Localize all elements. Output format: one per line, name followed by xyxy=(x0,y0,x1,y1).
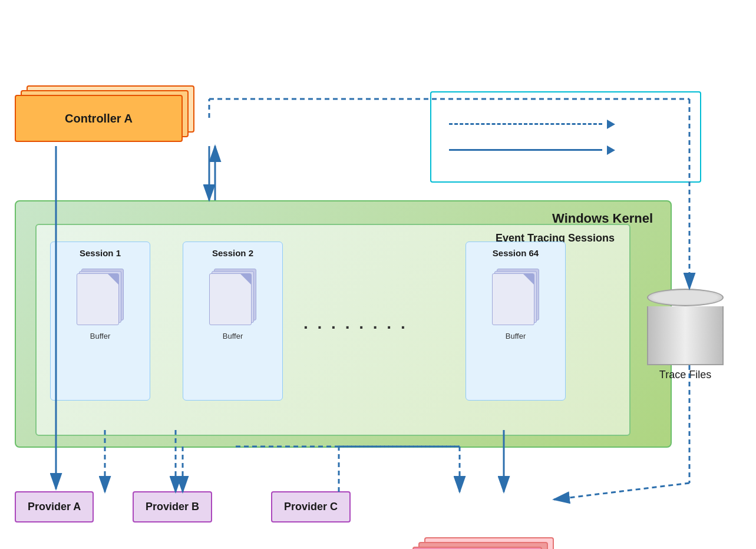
dots-separator: · · · · · · · · xyxy=(303,318,408,337)
buffer-64-icon xyxy=(492,269,539,325)
session-2-box: Session 2 Buffer xyxy=(183,242,283,401)
controller-box: Controller A xyxy=(15,85,203,144)
legend-arrow-solid xyxy=(607,145,615,155)
provider-c-box: Provider C xyxy=(271,491,351,522)
provider-b-label: Provider B xyxy=(146,501,199,512)
legend-arrow-dotted xyxy=(607,120,615,129)
buffer-1-icon xyxy=(77,269,124,325)
legend-box xyxy=(430,91,701,183)
doc-layer-1c xyxy=(77,273,119,325)
provider-b-box: Provider B xyxy=(133,491,212,522)
session-64-box: Session 64 Buffer xyxy=(466,242,566,401)
session-2-label: Session 2 xyxy=(212,248,253,258)
doc-corner-64 xyxy=(523,274,534,285)
doc-corner-1 xyxy=(108,274,118,285)
session-64-label: Session 64 xyxy=(493,248,539,258)
doc-layer-2c xyxy=(209,273,252,325)
buffer-64-label: Buffer xyxy=(506,332,526,340)
doc-corner-2 xyxy=(240,274,251,285)
provider-a-label: Provider A xyxy=(28,501,81,512)
legend-solid-line xyxy=(449,149,602,151)
trace-consumer-dashed-2 xyxy=(554,483,689,500)
trace-cylinder: Trace Files xyxy=(647,289,724,381)
provider-c-label: Provider C xyxy=(284,501,338,512)
controller-label: Controller A xyxy=(65,112,133,125)
legend-row-dotted xyxy=(449,120,682,129)
ctrl-layer-3: Controller A xyxy=(15,95,183,142)
legend-row-solid xyxy=(449,145,682,155)
session-1-box: Session 1 Buffer xyxy=(50,242,150,401)
session-1-label: Session 1 xyxy=(80,248,121,258)
buffer-1-label: Buffer xyxy=(90,332,110,340)
provider-a-box: Provider A xyxy=(15,491,94,522)
diagram: Windows Kernel Event Tracing Sessions Se… xyxy=(0,0,756,549)
cylinder-body xyxy=(647,306,724,365)
cylinder-top xyxy=(647,289,724,306)
buffer-2-label: Buffer xyxy=(223,332,243,340)
legend-dotted-line xyxy=(449,123,602,125)
consumer-layer-3: Consumer xyxy=(412,547,542,549)
doc-layer-64c xyxy=(492,273,534,325)
trace-files-label: Trace Files xyxy=(647,369,724,381)
buffer-2-icon xyxy=(209,269,256,325)
